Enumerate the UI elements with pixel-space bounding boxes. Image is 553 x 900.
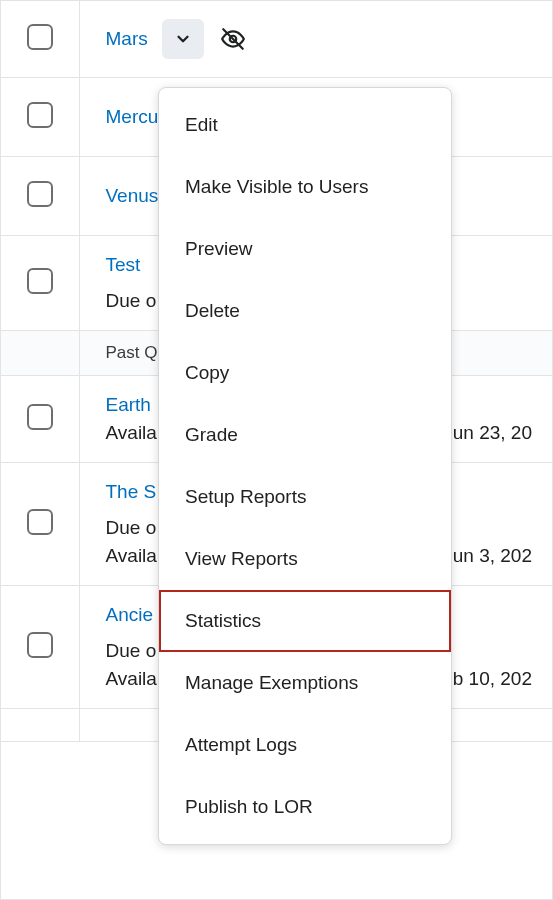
menu-item-edit[interactable]: Edit bbox=[159, 94, 451, 156]
table-row: Mars bbox=[1, 1, 552, 78]
menu-item-delete[interactable]: Delete bbox=[159, 280, 451, 342]
quiz-title-link[interactable]: The S bbox=[106, 481, 157, 502]
quiz-title-link[interactable]: Mars bbox=[106, 28, 148, 50]
quiz-title-link[interactable]: Test bbox=[106, 254, 141, 275]
menu-item-grade[interactable]: Grade bbox=[159, 404, 451, 466]
date-label: Jun 23, 20 bbox=[443, 422, 532, 444]
quiz-title-link[interactable]: Venus bbox=[106, 185, 159, 206]
menu-item-setup-reports[interactable]: Setup Reports bbox=[159, 466, 451, 528]
quiz-title-link[interactable]: Ancie bbox=[106, 604, 154, 625]
menu-item-preview[interactable]: Preview bbox=[159, 218, 451, 280]
row-actions-menu: Edit Make Visible to Users Preview Delet… bbox=[158, 87, 452, 845]
row-actions-button[interactable] bbox=[162, 19, 204, 59]
menu-item-view-reports[interactable]: View Reports bbox=[159, 528, 451, 590]
availability-label: Availa bbox=[106, 545, 157, 567]
menu-item-statistics[interactable]: Statistics bbox=[159, 590, 451, 652]
row-checkbox[interactable] bbox=[27, 24, 53, 50]
quiz-title-link[interactable]: Mercu bbox=[106, 106, 159, 127]
row-checkbox[interactable] bbox=[27, 181, 53, 207]
quiz-title-link[interactable]: Earth bbox=[106, 394, 151, 415]
quiz-list-page: Mars Mercu bbox=[0, 0, 553, 900]
row-checkbox[interactable] bbox=[27, 509, 53, 535]
row-checkbox[interactable] bbox=[27, 102, 53, 128]
menu-item-attempt-logs[interactable]: Attempt Logs bbox=[159, 714, 451, 776]
row-checkbox[interactable] bbox=[27, 268, 53, 294]
row-checkbox[interactable] bbox=[27, 404, 53, 430]
menu-item-publish-to-lor[interactable]: Publish to LOR bbox=[159, 776, 451, 838]
section-label: Past Q bbox=[106, 343, 158, 362]
hidden-icon bbox=[218, 26, 248, 52]
menu-item-make-visible[interactable]: Make Visible to Users bbox=[159, 156, 451, 218]
chevron-down-icon bbox=[174, 30, 192, 48]
menu-item-copy[interactable]: Copy bbox=[159, 342, 451, 404]
date-label: Jun 3, 202 bbox=[443, 545, 532, 567]
availability-label: Availa bbox=[106, 422, 157, 444]
menu-item-manage-exemptions[interactable]: Manage Exemptions bbox=[159, 652, 451, 714]
row-checkbox[interactable] bbox=[27, 632, 53, 658]
date-label: eb 10, 202 bbox=[442, 668, 532, 690]
availability-label: Availa bbox=[106, 668, 157, 690]
